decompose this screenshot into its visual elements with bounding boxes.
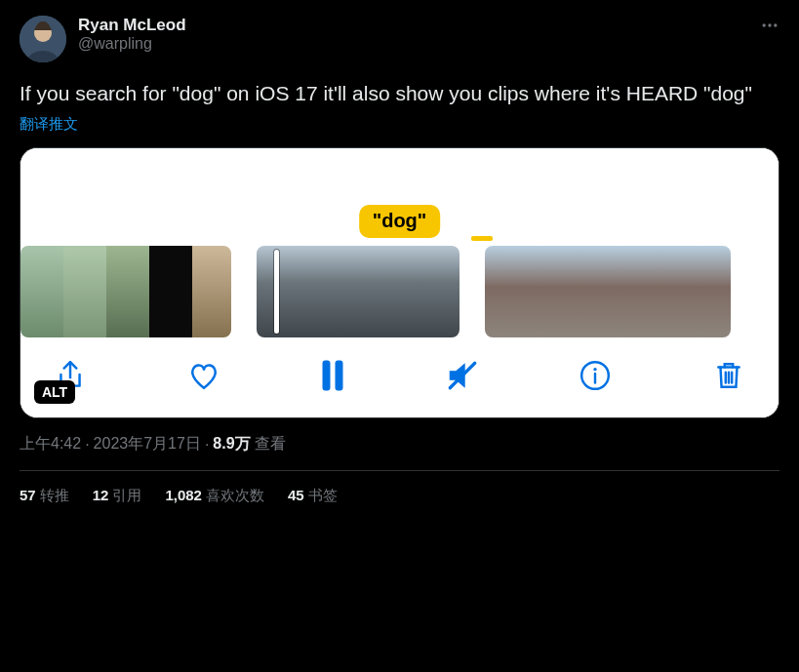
more-icon[interactable] (760, 16, 779, 39)
tweet-date[interactable]: 2023年7月17日 (94, 434, 201, 455)
svg-point-3 (768, 23, 771, 26)
scrubber-handle[interactable] (274, 250, 279, 334)
bookmarks-stat[interactable]: 45书签 (288, 487, 338, 505)
clip-frame (649, 246, 690, 337)
clip-group[interactable] (257, 246, 459, 337)
user-block: Ryan McLeod @warpling (78, 16, 186, 53)
pause-icon[interactable] (320, 359, 345, 392)
clip-frame (358, 246, 409, 337)
svg-rect-5 (323, 361, 330, 390)
heart-icon[interactable] (187, 359, 220, 392)
tweet-text: If you search for "dog" on iOS 17 it'll … (20, 80, 779, 107)
svg-rect-6 (336, 361, 342, 390)
svg-point-4 (774, 23, 777, 26)
user-handle[interactable]: @warpling (78, 35, 186, 53)
media-toolbar (20, 337, 779, 417)
alt-badge[interactable]: ALT (34, 380, 75, 404)
retweets-stat[interactable]: 57转推 (20, 487, 69, 505)
clip-frame (106, 246, 149, 337)
tweet-time[interactable]: 上午4:42 (20, 434, 81, 455)
clip-group[interactable] (20, 246, 231, 337)
clip-frame (567, 246, 608, 337)
clip-frame (257, 246, 307, 337)
tweet-meta: 上午4:42 · 2023年7月17日 · 8.9万 查看 (20, 434, 779, 455)
clip-frame (192, 246, 231, 337)
avatar[interactable] (20, 16, 66, 62)
clip-frame (63, 246, 106, 337)
caption-pill: "dog" (359, 205, 441, 238)
engagement-row: 57转推 12引用 1,082喜欢次数 45书签 (20, 471, 779, 505)
clip-frame (149, 246, 192, 337)
video-timeline[interactable] (20, 246, 779, 337)
clip-frame (307, 246, 358, 337)
display-name[interactable]: Ryan McLeod (78, 16, 186, 35)
info-icon[interactable] (579, 359, 612, 392)
clip-frame (485, 246, 526, 337)
tweet-header: Ryan McLeod @warpling (20, 16, 779, 62)
view-count: 8.9万 (213, 434, 250, 455)
mute-icon[interactable] (446, 359, 479, 392)
likes-stat[interactable]: 1,082喜欢次数 (165, 487, 264, 505)
clip-frame (20, 246, 63, 337)
svg-point-2 (763, 23, 766, 26)
translate-link[interactable]: 翻译推文 (20, 115, 779, 134)
clip-frame (409, 246, 459, 337)
view-label: 查看 (255, 434, 286, 455)
tweet-container: Ryan McLeod @warpling If you search for … (0, 0, 799, 505)
quotes-stat[interactable]: 12引用 (93, 487, 142, 505)
clip-frame (608, 246, 649, 337)
svg-point-9 (594, 368, 597, 371)
media-card[interactable]: "dog" (20, 147, 779, 418)
clip-group[interactable] (485, 246, 731, 337)
clip-frame (690, 246, 731, 337)
trash-icon[interactable] (712, 359, 745, 392)
playhead-marker (471, 236, 493, 241)
clip-frame (526, 246, 567, 337)
media-top: "dog" (20, 148, 779, 246)
